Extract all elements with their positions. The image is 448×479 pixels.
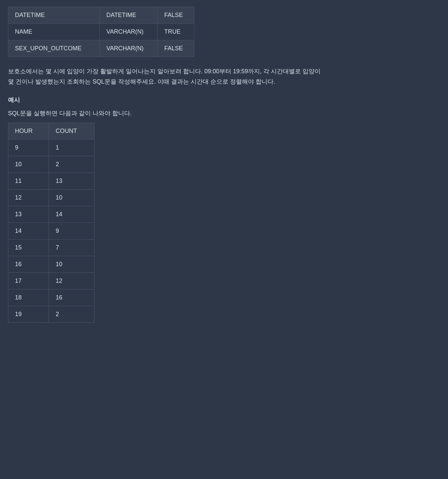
table-row: 102 — [8, 156, 95, 173]
table-row: 192 — [8, 306, 95, 323]
result-cell: 1 — [49, 140, 95, 156]
schema-cell: FALSE — [157, 7, 194, 24]
result-column-header: HOUR — [8, 123, 49, 140]
result-cell: 2 — [49, 156, 95, 173]
result-cell: 13 — [8, 206, 49, 223]
table-row: 149 — [8, 223, 95, 240]
result-cell: 19 — [8, 306, 49, 323]
description-text: 보호소에서는 몇 시에 입양이 가장 활발하게 일어나는지 알아보려 합니다. … — [8, 66, 328, 87]
result-cell: 15 — [8, 240, 49, 256]
schema-cell: DATETIME — [8, 7, 100, 24]
result-column-header: COUNT — [49, 123, 95, 140]
result-cell: 10 — [49, 190, 95, 206]
result-cell: 16 — [8, 256, 49, 273]
result-table: HOURCOUNT 911021113121013141491571610171… — [8, 123, 95, 323]
schema-cell: TRUE — [157, 24, 194, 40]
schema-cell: VARCHAR(N) — [100, 24, 157, 40]
result-cell: 14 — [49, 206, 95, 223]
result-cell: 7 — [49, 240, 95, 256]
result-cell: 2 — [49, 306, 95, 323]
table-row: 157 — [8, 240, 95, 256]
result-cell: 10 — [49, 256, 95, 273]
table-row: 1712 — [8, 273, 95, 289]
schema-cell: DATETIME — [100, 7, 157, 24]
result-cell: 9 — [8, 140, 49, 156]
result-cell: 17 — [8, 273, 49, 289]
table-row: 1113 — [8, 173, 95, 190]
result-cell: 9 — [49, 223, 95, 240]
example-description: SQL문을 실행하면 다음과 같이 나와야 합니다. — [8, 109, 440, 117]
result-cell: 11 — [8, 173, 49, 190]
table-row: 91 — [8, 140, 95, 156]
table-row: 1210 — [8, 190, 95, 206]
schema-cell: FALSE — [157, 40, 194, 57]
result-cell: 16 — [49, 289, 95, 306]
result-cell: 12 — [49, 273, 95, 289]
schema-cell: NAME — [8, 24, 100, 40]
table-row: 1314 — [8, 206, 95, 223]
result-cell: 18 — [8, 289, 49, 306]
schema-cell: SEX_UPON_OUTCOME — [8, 40, 100, 57]
result-cell: 14 — [8, 223, 49, 240]
table-row: 1816 — [8, 289, 95, 306]
result-cell: 12 — [8, 190, 49, 206]
example-label: 예시 — [8, 96, 440, 104]
table-row: 1610 — [8, 256, 95, 273]
result-cell: 10 — [8, 156, 49, 173]
schema-cell: VARCHAR(N) — [100, 40, 157, 57]
result-cell: 13 — [49, 173, 95, 190]
schema-table: DATETIMEDATETIMEFALSENAMEVARCHAR(N)TRUES… — [8, 7, 194, 57]
